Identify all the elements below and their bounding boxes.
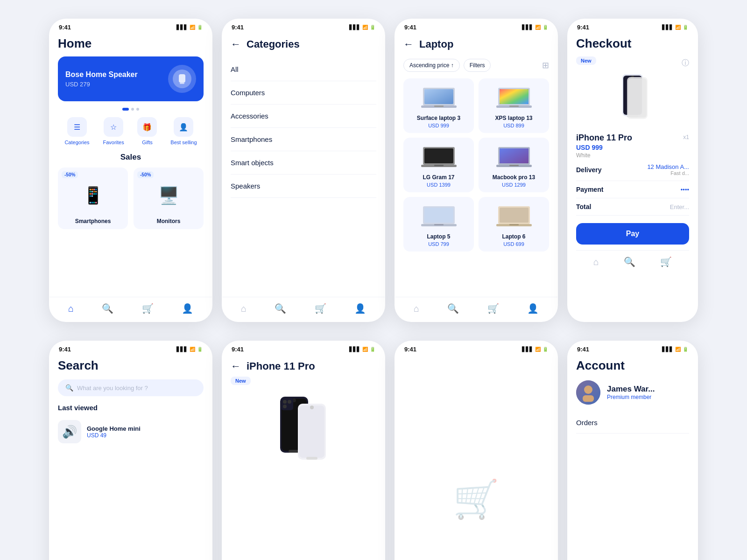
cat-nav-home[interactable]: ⌂ xyxy=(241,303,247,314)
account-user: James War... Premium member xyxy=(576,380,689,405)
iphone-detail-status-icons: ▋▋▋ 📶 🔋 xyxy=(349,347,375,352)
cat-nav-search[interactable]: 🔍 xyxy=(275,303,286,314)
smartphones-label: Smartphones xyxy=(75,218,111,224)
cat-battery-icon: 🔋 xyxy=(370,25,375,30)
wifi-icon: 📶 xyxy=(190,25,195,30)
xps-laptop-name: XPS laptop 13 xyxy=(495,115,532,121)
quick-action-gifts[interactable]: 🎁 Gifts xyxy=(137,117,157,145)
iphone-detail-back-button[interactable]: ← xyxy=(231,360,241,372)
category-all[interactable]: All xyxy=(231,58,376,81)
laptop-signal-icon: ▋▋▋ xyxy=(522,25,533,30)
svg-rect-26 xyxy=(500,208,529,223)
product-laptop6[interactable]: Laptop 6 USD 699 xyxy=(479,197,549,252)
account-signal-icon: ▋▋▋ xyxy=(662,347,673,352)
checkout-status-bar: 9:41 ▋▋▋ 📶 🔋 xyxy=(568,19,698,33)
quick-action-favorites[interactable]: ☆ Favorites xyxy=(103,117,124,145)
home-nav-cart[interactable]: 🛒 xyxy=(142,303,154,314)
quick-action-bestselling[interactable]: 👤 Best selling xyxy=(170,117,197,145)
search-box[interactable]: 🔍 What are you looking for ? xyxy=(58,379,204,396)
search-wifi-icon: 📶 xyxy=(190,347,195,352)
laptop-nav-home[interactable]: ⌂ xyxy=(414,303,419,314)
checkout-payment-row: Payment •••• xyxy=(576,181,689,198)
category-accessories[interactable]: Accessories xyxy=(231,105,376,128)
google-home-image: 🔊 xyxy=(58,420,81,443)
home-nav-search[interactable]: 🔍 xyxy=(102,303,113,314)
home-nav-account[interactable]: 👤 xyxy=(182,303,193,314)
smartphones-image: 📱 xyxy=(77,177,109,214)
lg-gram-name: LG Gram 17 xyxy=(423,174,454,181)
price-filter-button[interactable]: Ascending price ↑ xyxy=(403,59,460,72)
quick-action-categories[interactable]: ☰ Categories xyxy=(64,117,89,145)
category-smartphones[interactable]: Smartphones xyxy=(231,128,376,151)
last-viewed-item-google-home[interactable]: 🔊 Google Home mini USD 49 xyxy=(58,417,204,446)
macbook-pro-name: Macbook pro 13 xyxy=(493,174,535,181)
bottom-row: 9:41 ▋▋▋ 📶 🔋 Search 🔍 What are you looki… xyxy=(0,331,747,560)
laptop-nav-cart[interactable]: 🛒 xyxy=(487,303,499,314)
product-macbook-pro[interactable]: Macbook pro 13 USD 1299 xyxy=(479,138,549,192)
laptop-time: 9:41 xyxy=(404,24,416,31)
dot-1[interactable] xyxy=(122,108,129,111)
checkout-bottom-nav: ⌂ 🔍 🛒 xyxy=(576,250,689,275)
categories-back-button[interactable]: ← xyxy=(231,38,241,50)
surface-laptop-image xyxy=(420,83,458,111)
checkout-nav-home[interactable]: ⌂ xyxy=(593,257,599,267)
checkout-signal-icon: ▋▋▋ xyxy=(662,25,673,30)
product-laptop5[interactable]: Laptop 5 USD 799 xyxy=(403,197,474,252)
product-lg-gram[interactable]: LG Gram 17 USD 1399 xyxy=(403,138,474,192)
home-title: Home xyxy=(58,36,204,51)
sale-badge-monitors: -50% xyxy=(137,171,154,178)
category-smart-objects[interactable]: Smart objects xyxy=(231,151,376,175)
gifts-label: Gifts xyxy=(142,140,153,145)
laptop-back-button[interactable]: ← xyxy=(403,38,414,50)
product-xps-laptop[interactable]: XPS laptop 13 USD 899 xyxy=(479,78,549,133)
cat-nav-cart[interactable]: 🛒 xyxy=(315,303,326,314)
search-content: Search 🔍 What are you looking for ? Last… xyxy=(49,355,212,560)
svg-rect-1 xyxy=(179,74,185,83)
sale-card-smartphones[interactable]: -50% 📱 Smartphones xyxy=(58,168,128,229)
account-user-info: James War... Premium member xyxy=(607,385,655,400)
checkout-new-badge: New xyxy=(576,56,596,65)
lg-gram-price: USD 1399 xyxy=(427,182,451,188)
grid-toggle-button[interactable]: ⊞ xyxy=(542,60,549,70)
dot-2[interactable] xyxy=(131,108,134,111)
laptop-content: ← Laptop Ascending price ↑ Filters ⊞ xyxy=(395,33,557,297)
pay-button[interactable]: Pay xyxy=(576,223,689,245)
checkout-quantity: x1 xyxy=(683,134,689,140)
home-nav-home[interactable]: ⌂ xyxy=(68,303,74,314)
search-screen: 9:41 ▋▋▋ 📶 🔋 Search 🔍 What are you looki… xyxy=(49,341,212,560)
home-screen: 9:41 ▋▋▋ 📶 🔋 Home Bose Home Speaker USD … xyxy=(49,19,212,322)
quick-actions: ☰ Categories ☆ Favorites 🎁 Gifts 👤 Best … xyxy=(58,117,204,145)
product-surface-laptop[interactable]: Surface laptop 3 USD 999 xyxy=(403,78,474,133)
sale-card-monitors[interactable]: -50% 🖥️ Monitors xyxy=(134,168,204,229)
checkout-nav-cart[interactable]: 🛒 xyxy=(660,256,672,267)
iphone-detail-content: ← iPhone 11 Pro New xyxy=(222,355,385,560)
category-speakers[interactable]: Speakers xyxy=(231,175,376,198)
hero-banner[interactable]: Bose Home Speaker USD 279 xyxy=(58,56,204,101)
svg-rect-22 xyxy=(424,208,453,223)
surface-laptop-price: USD 999 xyxy=(428,123,449,128)
svg-point-46 xyxy=(283,405,287,408)
hero-product-image xyxy=(168,65,196,93)
dot-3[interactable] xyxy=(136,108,139,111)
laptop-nav-account[interactable]: 👤 xyxy=(527,303,539,314)
checkout-product-color: White xyxy=(576,152,632,159)
cat-nav-account[interactable]: 👤 xyxy=(354,303,366,314)
svg-rect-20 xyxy=(509,165,519,166)
account-orders[interactable]: Orders xyxy=(576,412,689,434)
iphone-detail-status-bar: 9:41 ▋▋▋ 📶 🔋 xyxy=(222,341,385,355)
laptop-nav-search[interactable]: 🔍 xyxy=(447,303,459,314)
filters-button[interactable]: Filters xyxy=(464,59,491,72)
category-computers[interactable]: Computers xyxy=(231,81,376,105)
iphone-detail-signal-icon: ▋▋▋ xyxy=(349,347,360,352)
checkout-status-icons: ▋▋▋ 📶 🔋 xyxy=(662,25,688,30)
account-user-name: James War... xyxy=(607,385,655,394)
bestselling-label: Best selling xyxy=(170,140,197,145)
info-icon[interactable]: ⓘ xyxy=(682,58,689,68)
product-grid: Surface laptop 3 USD 999 xyxy=(403,78,549,252)
cart-time: 9:41 xyxy=(404,346,416,353)
checkout-nav-search[interactable]: 🔍 xyxy=(624,256,635,267)
account-status-bar: 9:41 ▋▋▋ 📶 🔋 xyxy=(568,341,698,355)
search-icon: 🔍 xyxy=(65,384,73,392)
laptop-bottom-nav: ⌂ 🔍 🛒 👤 xyxy=(395,297,557,322)
checkout-product-info: iPhone 11 Pro USD 999 White xyxy=(576,133,632,159)
